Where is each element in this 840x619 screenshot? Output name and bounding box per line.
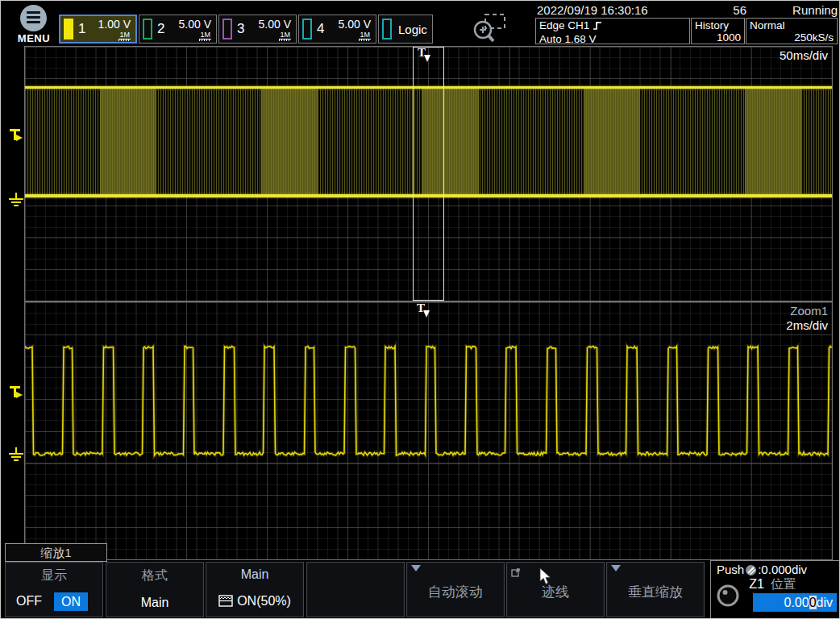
channel-badges: 1 1.00 V1M 2 5.00 V1M 3 5.00 V1M 4 5.00 …	[59, 15, 433, 44]
main-split-state: ON(50%)	[237, 594, 291, 608]
trigger-mode-level: Auto 1.68 V	[539, 33, 686, 45]
main-timebase-label: 50ms/div	[780, 48, 828, 62]
knob-push-icon	[745, 564, 757, 576]
channel-1-number: 1	[78, 21, 85, 37]
zoom1-region-box[interactable]	[413, 47, 444, 301]
menu-main-split[interactable]: Main ON(50%)	[206, 562, 304, 617]
logic-badge[interactable]: Logic	[378, 15, 433, 44]
display-toggle: OFF ON	[6, 592, 102, 611]
menu-autoscroll[interactable]: 自动滚动	[406, 562, 505, 617]
rotary-knob-icon[interactable]	[717, 584, 739, 610]
rising-edge-trigger-icon	[593, 20, 603, 33]
trigger-level-marker-icon[interactable]	[10, 129, 24, 143]
channel-4-scale: 5.00 V	[339, 19, 371, 31]
channel-3-number: 3	[237, 21, 244, 37]
zoom-area-icon[interactable]	[472, 12, 509, 44]
trigger-info-box[interactable]: Edge CH1 Auto 1.68 V	[535, 18, 690, 44]
zoom-timebase-label: 2ms/div	[786, 318, 828, 332]
channel-2-number: 2	[157, 21, 164, 37]
menu-display[interactable]: 显示 OFF ON	[5, 562, 103, 617]
channel-4-number: 4	[317, 21, 324, 37]
acquisition-mode: Normal	[750, 19, 834, 31]
oscilloscope-screen: MENU 1 1.00 V1M 2 5.00 V1M 3 5.00 V1M 4 …	[0, 0, 840, 619]
channel-2-color-bar	[143, 19, 152, 39]
channel-2-scale: 5.00 V	[179, 19, 211, 31]
trigger-position-marker-icon: T	[418, 48, 435, 66]
acquisition-count: 56	[682, 3, 746, 17]
chevron-down-icon	[411, 565, 421, 571]
channel-badge-3[interactable]: 3 5.00 V1M	[218, 15, 297, 44]
zoom-waveform-window: Zoom1 2ms/div	[24, 301, 833, 560]
ground-level-marker-icon	[9, 447, 23, 462]
channel-badge-4[interactable]: 4 5.00 V1M	[298, 15, 376, 44]
channel-3-scale: 5.00 V	[259, 19, 291, 31]
channel-1-scale: 1.00 V	[98, 19, 131, 31]
format-label: 格式	[106, 567, 203, 584]
sample-rate: 250kS/s	[750, 31, 834, 44]
logic-color-bar	[382, 19, 392, 39]
tab-zoom1[interactable]: 缩放1	[5, 543, 107, 562]
acquisition-box[interactable]: Normal 250kS/s	[746, 18, 838, 44]
push-value: :0.000div	[758, 563, 807, 576]
main-waveform-window: T 50ms/div	[24, 46, 833, 301]
main-label: Main	[206, 567, 303, 582]
trigger-level-marker-icon[interactable]	[10, 386, 24, 401]
menu-trace[interactable]: 迹线	[506, 562, 605, 617]
display-on-option[interactable]: ON	[54, 592, 88, 611]
push-label: Push	[717, 563, 744, 576]
hamburger-menu-icon	[20, 5, 47, 31]
display-label: 显示	[6, 567, 102, 584]
history-label: History	[695, 19, 741, 31]
channel-2-impedance: 1M	[199, 31, 211, 39]
channel-3-color-bar	[222, 19, 232, 39]
chevron-down-icon	[611, 565, 621, 571]
z1-position-field[interactable]: 0.000div	[753, 593, 837, 612]
datetime: 2022/09/19 16:30:16	[537, 3, 648, 17]
menu-vertical-zoom[interactable]: 垂直缩放	[606, 562, 705, 617]
channel-badge-2[interactable]: 2 5.00 V1M	[139, 15, 217, 44]
format-value: Main	[106, 596, 203, 610]
z1-value-pre: 0.00	[784, 596, 809, 609]
history-box[interactable]: History 1000	[691, 18, 745, 44]
history-value: 1000	[695, 31, 741, 44]
knob-push-readout: Push:0.000div	[717, 563, 807, 576]
trigger-position-marker-icon: T	[417, 304, 435, 322]
z1-value-unit: div	[817, 596, 833, 609]
channel-4-impedance: 1M	[359, 31, 371, 39]
display-off-option[interactable]: OFF	[16, 594, 42, 609]
z1-value-cursor-digit: 0	[809, 596, 817, 609]
menu-button[interactable]: MENU	[12, 3, 56, 44]
menu-format[interactable]: 格式 Main	[106, 562, 204, 617]
ground-level-marker-icon	[9, 193, 23, 207]
channel-1-impedance: 1M	[119, 31, 131, 39]
position-name: 位置	[771, 577, 796, 591]
main-split-value: ON(50%)	[206, 594, 303, 610]
z1-prefix: Z1	[749, 577, 764, 591]
zoom-trace	[25, 302, 832, 559]
popup-window-icon	[511, 566, 521, 580]
channel-3-impedance: 1M	[279, 31, 291, 39]
channel-1-color-bar	[64, 19, 73, 39]
split-display-icon	[218, 595, 233, 610]
autoscroll-label: 自动滚动	[407, 583, 504, 601]
channel-badge-1[interactable]: 1 1.00 V1M	[59, 15, 137, 44]
run-state: Running	[759, 3, 838, 17]
knob-panel: Push:0.000div Z1位置 0.000div	[710, 560, 840, 619]
menu-button-label: MENU	[12, 32, 56, 44]
channel-4-color-bar	[302, 19, 312, 39]
trigger-type: Edge CH1	[539, 19, 589, 31]
zoom-window-name: Zoom1	[790, 304, 828, 318]
menu-empty	[306, 562, 405, 617]
logic-label: Logic	[398, 23, 427, 36]
trace-label: 迹线	[507, 583, 604, 601]
vertical-zoom-label: 垂直缩放	[607, 583, 704, 601]
